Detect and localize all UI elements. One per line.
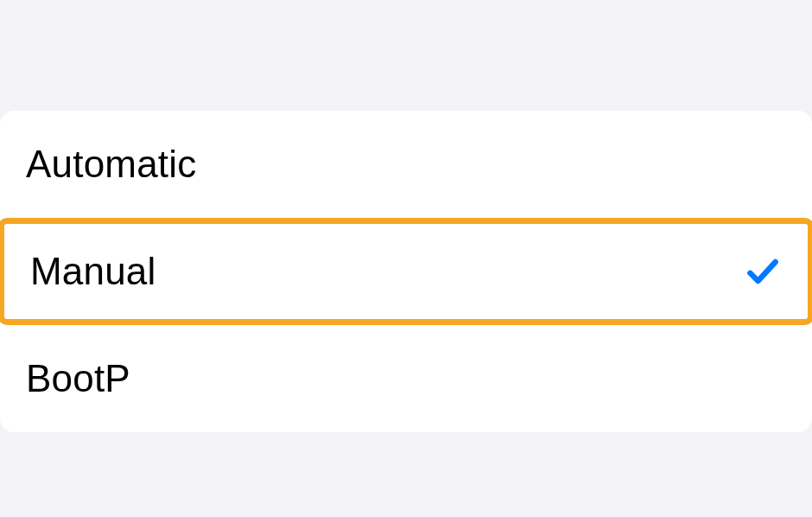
option-bootp[interactable]: BootP	[0, 325, 812, 432]
option-automatic[interactable]: Automatic	[0, 111, 812, 218]
option-manual-label: Manual	[30, 250, 156, 293]
checkmark-icon	[744, 252, 782, 290]
settings-container: Automatic Manual BootP	[0, 0, 812, 432]
option-manual[interactable]: Manual	[0, 218, 812, 325]
ip-config-list: Automatic Manual BootP	[0, 111, 812, 432]
option-bootp-label: BootP	[26, 357, 130, 400]
option-automatic-label: Automatic	[26, 143, 196, 186]
